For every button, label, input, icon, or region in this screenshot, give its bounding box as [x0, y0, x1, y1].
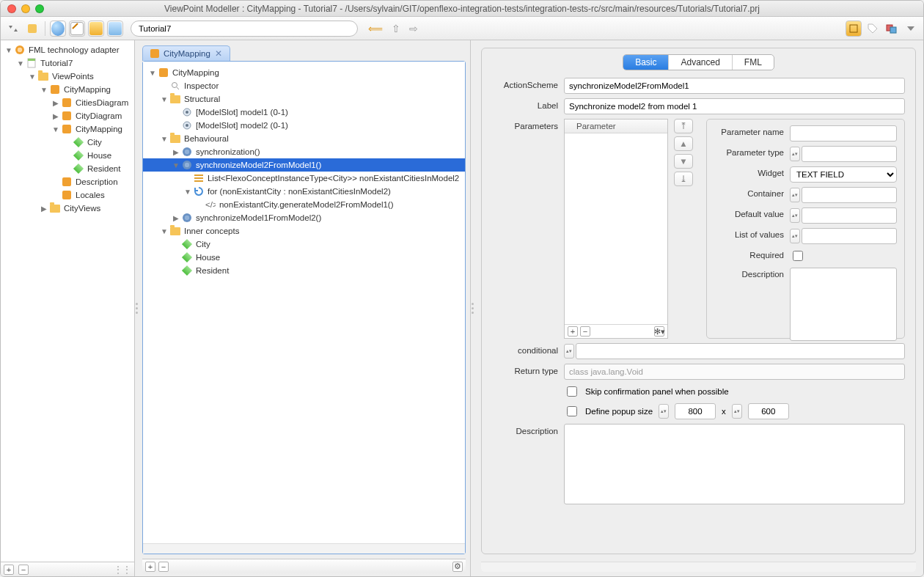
tree-toggle-icon[interactable]: ▼: [27, 73, 37, 81]
hscrollbar[interactable]: [481, 562, 916, 572]
select-widget[interactable]: TEXT FIELD: [790, 166, 897, 183]
tree-node[interactable]: </>nonExistantCity.generateModel2FromMod…: [143, 198, 465, 211]
panel-grip-icon[interactable]: ⋮⋮: [114, 565, 131, 575]
tree-toggle-icon[interactable]: ▶: [171, 148, 181, 156]
segment-basic[interactable]: Basic: [623, 55, 669, 70]
tree-node[interactable]: House: [1, 149, 134, 162]
field-conditional[interactable]: [576, 343, 905, 359]
hscrollbar[interactable]: [143, 543, 465, 554]
tree-node[interactable]: List<FlexoConceptInstanceType<City>> non…: [143, 172, 465, 185]
settings-icon[interactable]: ⚙: [452, 562, 463, 572]
cube-icon[interactable]: [107, 21, 123, 37]
tab-citymapping[interactable]: CityMapping ✕: [142, 45, 230, 61]
field-popup-h[interactable]: [748, 403, 789, 419]
tree-toggle-icon[interactable]: ▼: [159, 135, 169, 143]
remove-button[interactable]: −: [18, 565, 29, 575]
tree-node[interactable]: House: [143, 251, 465, 264]
tree-node[interactable]: City: [1, 136, 134, 149]
package-icon[interactable]: [88, 21, 104, 37]
tree-node[interactable]: ▶CitiesDiagram: [1, 96, 134, 109]
tree-node[interactable]: ▶synchronization(): [143, 145, 465, 158]
map-edit-icon[interactable]: [24, 21, 40, 37]
tree-toggle-icon[interactable]: ▼: [39, 86, 49, 94]
tree-toggle-icon[interactable]: ▼: [171, 161, 181, 169]
tree-node[interactable]: ▶CityDiagram: [1, 109, 134, 122]
default-stepper[interactable]: ▴▾: [790, 208, 800, 223]
expand-all-icon[interactable]: [5, 21, 21, 37]
tree-toggle-icon[interactable]: ▼: [4, 46, 14, 54]
tree-node[interactable]: ▼Behavioural: [143, 132, 465, 145]
remove-button[interactable]: −: [158, 562, 169, 572]
param-settings-icon[interactable]: ✻▾: [654, 326, 664, 337]
tree-node[interactable]: ▶CityViews: [1, 202, 134, 215]
tree-toggle-icon[interactable]: ▶: [51, 99, 61, 107]
checkbox-required[interactable]: [793, 251, 803, 261]
tree-toggle-icon[interactable]: ▼: [159, 227, 169, 235]
tree-node[interactable]: ▼CityMapping: [1, 122, 134, 136]
container-stepper[interactable]: ▴▾: [790, 188, 800, 202]
tree-toggle-icon[interactable]: ▶: [171, 214, 181, 222]
field-actionscheme[interactable]: [564, 78, 905, 94]
tree-toggle-icon[interactable]: ▶: [51, 112, 61, 120]
tree-toggle-icon[interactable]: ▼: [15, 59, 26, 67]
address-bar[interactable]: [131, 21, 358, 37]
param-add-button[interactable]: +: [568, 326, 578, 337]
field-listvalues[interactable]: [802, 228, 897, 244]
collapse-icon[interactable]: [903, 21, 919, 37]
move-up-icon[interactable]: ▲: [674, 136, 693, 151]
tree-node[interactable]: ▼Tutorial7: [1, 56, 134, 70]
tag-icon[interactable]: [865, 21, 881, 37]
draw-icon[interactable]: [69, 21, 85, 37]
tree-node[interactable]: [ModelSlot] model1 (0-1): [143, 106, 465, 119]
address-input[interactable]: [131, 21, 358, 37]
tree-toggle-icon[interactable]: ▼: [51, 125, 61, 133]
checkbox-skip-confirm[interactable]: [567, 386, 577, 397]
tree-node[interactable]: ▶synchronizeModel1FromModel2(): [143, 211, 465, 224]
field-param-type[interactable]: [802, 146, 897, 162]
tree-node[interactable]: ▼ViewPoints: [1, 70, 134, 83]
tree-toggle-icon[interactable]: ▼: [159, 95, 169, 103]
project-tree[interactable]: ▼FML technology adapter▼Tutorial7▼ViewPo…: [1, 40, 134, 562]
parameter-list[interactable]: Parameter + − ✻▾: [564, 119, 668, 339]
tab-close-icon[interactable]: ✕: [215, 48, 222, 59]
highlight-icon[interactable]: [846, 21, 862, 37]
windows-icon[interactable]: [884, 21, 900, 37]
listvalues-stepper[interactable]: ▴▾: [790, 229, 800, 243]
tree-node[interactable]: ▼CityMapping: [143, 66, 465, 79]
popup-h-stepper[interactable]: ▴▾: [732, 404, 742, 419]
field-container[interactable]: [802, 187, 897, 203]
type-stepper[interactable]: ▴▾: [790, 147, 800, 161]
tree-toggle-icon[interactable]: ▼: [183, 188, 193, 196]
tree-node[interactable]: ▼for (nonExistantCity : nonExistantCitie…: [143, 185, 465, 198]
field-description[interactable]: [564, 424, 905, 504]
tree-node[interactable]: [ModelSlot] model2 (0-1): [143, 119, 465, 132]
tree-node[interactable]: City: [143, 238, 465, 251]
popup-w-stepper[interactable]: ▴▾: [659, 404, 669, 419]
field-param-description[interactable]: [790, 268, 897, 341]
tree-node[interactable]: ▼Inner concepts: [143, 224, 465, 238]
tree-node[interactable]: Description: [1, 175, 134, 188]
tree-toggle-icon[interactable]: ▶: [39, 205, 49, 213]
nav-forward-icon[interactable]: ⇨: [406, 23, 421, 34]
move-down-icon[interactable]: ▼: [674, 154, 693, 169]
checkbox-define-popup[interactable]: [567, 406, 577, 416]
tree-node[interactable]: ▼FML technology adapter: [1, 43, 134, 56]
field-default[interactable]: [802, 207, 897, 224]
field-label[interactable]: [564, 98, 905, 114]
nav-up-icon[interactable]: ⇧: [389, 23, 403, 34]
structure-tree[interactable]: ▼CityMappingInspector▼Structural[ModelSl…: [143, 62, 465, 543]
tree-node[interactable]: Resident: [1, 162, 134, 175]
tree-node[interactable]: ▼Structural: [143, 92, 465, 106]
tree-node[interactable]: Locales: [1, 188, 134, 202]
globe-icon[interactable]: [50, 21, 66, 37]
field-param-name[interactable]: [790, 125, 897, 142]
param-remove-button[interactable]: −: [580, 326, 590, 337]
tree-node[interactable]: Resident: [143, 264, 465, 277]
tree-node[interactable]: Inspector: [143, 79, 465, 92]
add-button[interactable]: +: [145, 562, 155, 572]
segment-advanced[interactable]: Advanced: [669, 55, 732, 70]
conditional-stepper[interactable]: ▴▾: [564, 344, 574, 359]
segment-fml[interactable]: FML: [733, 55, 774, 70]
move-top-icon[interactable]: ⤒: [674, 119, 693, 133]
tree-toggle-icon[interactable]: ▼: [147, 69, 158, 77]
